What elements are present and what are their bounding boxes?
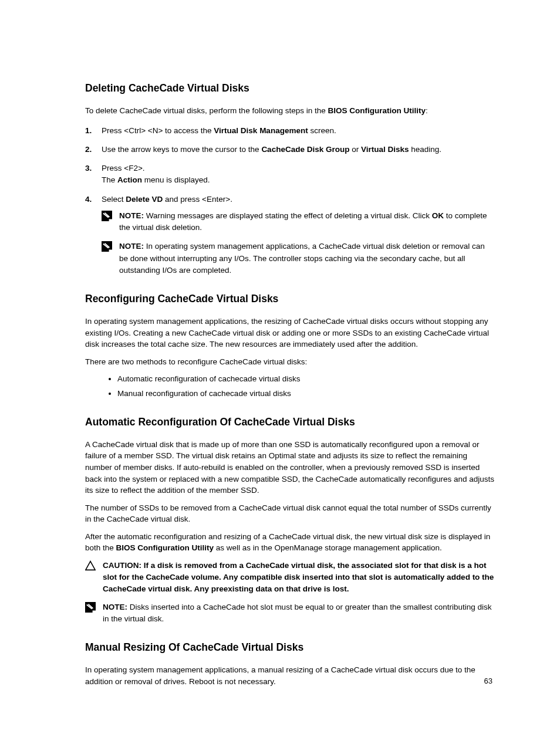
text: as well as in the OpenManage storage man… — [214, 543, 442, 552]
text: Disks inserted into a CacheCade hot slot… — [103, 603, 492, 623]
paragraph: The number of SSDs to be removed from a … — [85, 502, 495, 525]
note-icon — [85, 601, 103, 613]
document-page: Deleting CacheCade Virtual Disks To dele… — [0, 0, 560, 744]
paragraph: A CacheCade virtual disk that is made up… — [85, 439, 495, 496]
note-text: NOTE: Warning messages are displayed sta… — [119, 210, 495, 234]
deleting-steps: Press <Ctrl> <N> to access the Virtual D… — [85, 125, 495, 234]
text: and press <Enter>. — [163, 195, 232, 204]
step-2: Use the arrow keys to move the cursor to… — [85, 144, 495, 155]
note-block: NOTE: Disks inserted into a CacheCade ho… — [85, 601, 495, 625]
note-label: NOTE: — [119, 242, 144, 251]
bold-text: Action — [117, 175, 142, 184]
text: To delete CacheCade virtual disks, perfo… — [85, 106, 328, 115]
bold-text: OK — [432, 211, 444, 220]
list-item: Automatic reconfiguration of cachecade v… — [117, 373, 495, 385]
step-1: Press <Ctrl> <N> to access the Virtual D… — [85, 125, 495, 137]
bold-text: Delete VD — [126, 195, 163, 204]
text: screen. — [308, 126, 336, 135]
reconfig-methods: Automatic reconfiguration of cachecade v… — [85, 373, 495, 400]
note-block: NOTE: Warning messages are displayed sta… — [102, 210, 495, 234]
text: menu is displayed. — [142, 175, 210, 184]
paragraph: There are two methods to reconfigure Cac… — [85, 356, 495, 368]
paragraph: After the automatic reconfiguration and … — [85, 531, 495, 554]
text: Press <Ctrl> <N> to access the — [102, 126, 214, 135]
note-label: NOTE: — [119, 211, 144, 220]
caution-icon — [85, 560, 103, 571]
bold-text: Virtual Disks — [361, 145, 409, 154]
note-block: NOTE: In operating system management app… — [85, 241, 495, 276]
heading-automatic: Automatic Reconfiguration Of CacheCade V… — [85, 416, 495, 428]
text: Press <F2>. — [102, 163, 495, 174]
list-item: Manual reconfiguration of cachecade virt… — [117, 388, 495, 400]
text: In operating system management applicati… — [119, 242, 485, 275]
note-label: NOTE: — [103, 603, 127, 611]
paragraph: In operating system management applicati… — [85, 316, 495, 350]
deleting-intro: To delete CacheCade virtual disks, perfo… — [85, 105, 495, 117]
caution-text: CAUTION: If a disk is removed from a Cac… — [103, 560, 495, 596]
step-4: Select Delete VD and press <Enter>. NOTE… — [85, 194, 495, 234]
text: heading. — [409, 145, 441, 154]
text: The — [102, 175, 117, 184]
bold-text: Virtual Disk Management — [214, 126, 308, 135]
page-number: 63 — [484, 677, 492, 685]
note-icon — [102, 210, 119, 221]
text: Use the arrow keys to move the cursor to… — [102, 145, 261, 154]
svg-marker-2 — [86, 562, 95, 570]
heading-reconfiguring: Reconfiguring CacheCade Virtual Disks — [85, 293, 495, 305]
note-text: NOTE: Disks inserted into a CacheCade ho… — [103, 601, 495, 625]
bold-text: BIOS Configuration Utility — [328, 106, 426, 115]
step-3: Press <F2>. The Action menu is displayed… — [85, 163, 495, 187]
heading-deleting: Deleting CacheCade Virtual Disks — [85, 82, 495, 94]
note-icon — [102, 241, 119, 252]
text: Warning messages are displayed stating t… — [144, 211, 432, 220]
bold-text: BIOS Configuration Utility — [116, 543, 214, 552]
paragraph: In operating system management applicati… — [85, 664, 495, 687]
text: Select — [102, 195, 126, 204]
bold-text: CacheCade Disk Group — [261, 145, 349, 154]
text: or — [349, 145, 361, 154]
caution-block: CAUTION: If a disk is removed from a Cac… — [85, 560, 495, 596]
text: : — [426, 106, 428, 115]
heading-manual: Manual Resizing Of CacheCade Virtual Dis… — [85, 641, 495, 654]
note-text: NOTE: In operating system management app… — [119, 241, 495, 276]
caution-label: CAUTION: — [103, 561, 144, 570]
text: If a disk is removed from a CacheCade vi… — [103, 561, 494, 594]
